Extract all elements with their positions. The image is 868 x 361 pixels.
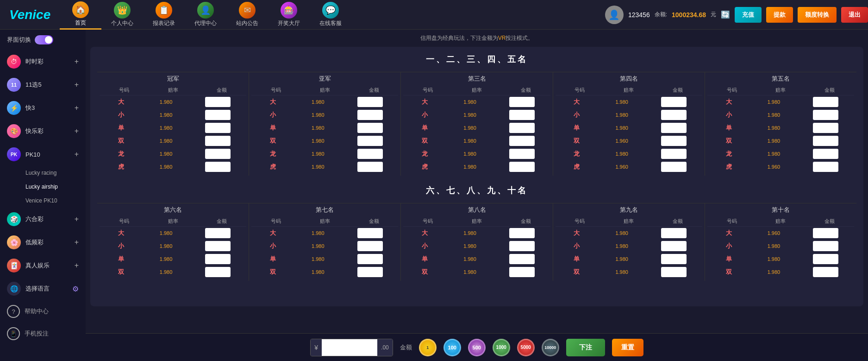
bet-input-10-xiao[interactable]: [813, 241, 838, 251]
nav-lottery[interactable]: 🎰 开奖大厅: [268, 0, 310, 30]
sidebar-item-eleven[interactable]: 11 11选5 +: [0, 73, 86, 96]
bet-input-3-xiao[interactable]: [509, 110, 535, 120]
bet-input-9-da[interactable]: [661, 228, 687, 238]
bet-input-guan-long[interactable]: [205, 149, 231, 159]
chip-5000[interactable]: 5000: [517, 339, 535, 356]
sidebar-item-lucky-racing[interactable]: Lucky racing: [0, 166, 86, 180]
nav-announce[interactable]: ✉ 站内公告: [226, 0, 268, 30]
pk10-plus-icon[interactable]: +: [75, 150, 79, 158]
low-plus-icon[interactable]: +: [75, 238, 79, 247]
bet-input-8-dan[interactable]: [509, 254, 535, 264]
withdraw-button[interactable]: 提款: [766, 7, 793, 23]
bet-input-3-long[interactable]: [509, 149, 535, 159]
bet-input-3-da[interactable]: [509, 97, 535, 107]
bet-input-8-da[interactable]: [509, 228, 535, 238]
nav-service[interactable]: 💬 在线客服: [310, 0, 351, 30]
bet-input-ya-da[interactable]: [357, 97, 383, 107]
bet-input-10-shuang[interactable]: [813, 267, 838, 277]
bet-input-3-hu[interactable]: [509, 162, 535, 172]
bet-input-5-long[interactable]: [813, 149, 838, 159]
sidebar-item-low[interactable]: 🌸 低频彩 +: [0, 231, 86, 254]
amount-input[interactable]: [322, 339, 377, 356]
sidebar-mobile[interactable]: 📱 手机投注: [0, 323, 86, 345]
nav-agent[interactable]: 👤 代理中心: [185, 0, 226, 30]
nav-home[interactable]: 🏠 首页: [60, 0, 101, 30]
sidebar-help[interactable]: ? 帮助中心: [0, 300, 86, 323]
sidebar-item-happy[interactable]: 🎨 快乐彩 +: [0, 120, 86, 143]
bet-input-8-shuang[interactable]: [509, 267, 535, 277]
bet-input-5-dan[interactable]: [813, 123, 838, 133]
chip-1000[interactable]: 1000: [493, 339, 510, 356]
bet-input-guan-shuang[interactable]: [205, 136, 231, 146]
bet-input-8-xiao[interactable]: [509, 241, 535, 251]
bet-input-9-dan[interactable]: [661, 254, 687, 264]
sidebar-item-kuai3[interactable]: ⚡ 快3 +: [0, 96, 86, 120]
nav-report[interactable]: 📋 报表记录: [143, 0, 185, 30]
bet-input-ya-xiao[interactable]: [357, 110, 383, 120]
bet-input-7-da[interactable]: [357, 228, 383, 238]
sidebar-item-venice-pk10[interactable]: Venice PK10: [0, 194, 86, 208]
bet-input-7-xiao[interactable]: [357, 241, 383, 251]
sidebar-item-real[interactable]: 🃏 真人娱乐 +: [0, 254, 86, 277]
chip-100[interactable]: 100: [443, 339, 461, 356]
kuai3-plus-icon[interactable]: +: [75, 104, 79, 112]
real-plus-icon[interactable]: +: [75, 261, 79, 270]
eleven-plus-icon[interactable]: +: [75, 81, 79, 89]
bet-input-6-da[interactable]: [205, 228, 231, 238]
bet-input-ya-hu[interactable]: [357, 162, 383, 172]
bet-input-guan-da[interactable]: [205, 97, 231, 107]
convert-button[interactable]: 额度转换: [798, 7, 837, 23]
reset-button[interactable]: 重置: [612, 339, 643, 356]
liuhe-plus-icon[interactable]: +: [75, 215, 79, 223]
bet-input-10-da[interactable]: [813, 228, 838, 238]
bet-input-guan-xiao[interactable]: [205, 110, 231, 120]
bet-input-guan-hu[interactable]: [205, 162, 231, 172]
bet-input-10-dan[interactable]: [813, 254, 838, 264]
bet-input-6-xiao[interactable]: [205, 241, 231, 251]
bet-input-4-xiao[interactable]: [661, 110, 687, 120]
bet-input-7-dan[interactable]: [357, 254, 383, 264]
table-row: 单1.980: [403, 253, 550, 266]
bet-input-6-shuang[interactable]: [205, 267, 231, 277]
bet-input-9-xiao[interactable]: [661, 241, 687, 251]
recharge-button[interactable]: 充值: [735, 7, 762, 23]
happy-plus-icon[interactable]: +: [75, 127, 79, 135]
bet-input-5-shuang[interactable]: [813, 136, 838, 146]
bet-input-ya-long[interactable]: [357, 149, 383, 159]
chip-500[interactable]: 500: [468, 339, 486, 356]
bet-input-3-shuang[interactable]: [509, 136, 535, 146]
bet-input-guan-dan[interactable]: [205, 123, 231, 133]
bet-input-3-dan[interactable]: [509, 123, 535, 133]
nav-service-label: 在线客服: [319, 19, 342, 27]
bet-input-4-shuang[interactable]: [661, 136, 687, 146]
logout-button[interactable]: 退出: [841, 7, 868, 23]
toggle-switch[interactable]: [35, 35, 53, 44]
bet-input-5-xiao[interactable]: [813, 110, 838, 120]
chip-10000[interactable]: 10000: [542, 339, 559, 356]
vr-link[interactable]: VR: [498, 35, 506, 41]
chip-1[interactable]: 1: [419, 339, 437, 356]
sidebar-item-pk10[interactable]: PK PK10 +: [0, 143, 86, 166]
lang-settings-icon[interactable]: ⚙: [72, 285, 79, 293]
table-row: 大1.980: [100, 227, 246, 240]
sidebar-item-lang[interactable]: 🌐 选择语言 ⚙: [0, 277, 86, 300]
bet-input-6-dan[interactable]: [205, 254, 231, 264]
table-row: 龙1.980: [251, 147, 398, 160]
sidebar-item-shishi[interactable]: ⏱ 时时彩 +: [0, 50, 86, 73]
bet-input-4-hu[interactable]: [661, 162, 687, 172]
bet-input-4-long[interactable]: [661, 149, 687, 159]
bet-input-ya-shuang[interactable]: [357, 136, 383, 146]
sidebar-item-lucky-airship[interactable]: Lucky airship: [0, 180, 86, 194]
bet-input-5-da[interactable]: [813, 97, 838, 107]
bet-input-4-da[interactable]: [661, 97, 687, 107]
nav-personal[interactable]: 👑 个人中心: [101, 0, 143, 30]
bet-button[interactable]: 下注: [566, 339, 605, 356]
bet-input-ya-dan[interactable]: [357, 123, 383, 133]
bet-input-4-dan[interactable]: [661, 123, 687, 133]
refresh-icon[interactable]: 🔄: [721, 10, 730, 19]
bet-input-9-shuang[interactable]: [661, 267, 687, 277]
bet-input-5-hu[interactable]: [813, 162, 838, 172]
bet-input-7-shuang[interactable]: [357, 267, 383, 277]
sidebar-item-liuhe[interactable]: 🎲 六合彩 +: [0, 208, 86, 231]
shishi-plus-icon[interactable]: +: [75, 57, 79, 66]
